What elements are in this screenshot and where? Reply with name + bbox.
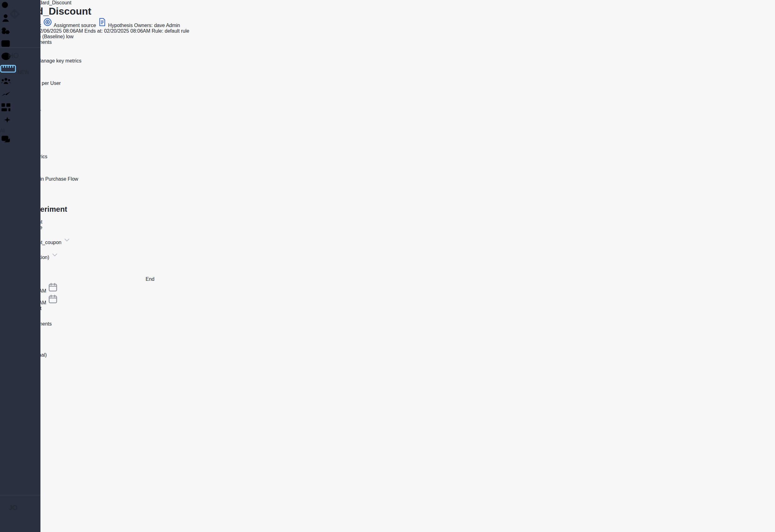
calendar-icon[interactable]	[48, 282, 58, 293]
dashboard-icon	[0, 101, 12, 113]
app-screen: HO NEW	[0, 0, 775, 532]
treatment-column-header: Treatment	[0, 69, 775, 75]
sidebar-item-analytics[interactable]	[0, 88, 40, 101]
scope-summary-card: Scope Starts at: 02/06/2025 08:06AM Ends…	[0, 28, 775, 39]
people-group-icon	[0, 75, 12, 87]
scope-heading: Scope	[0, 260, 775, 266]
direction-cell-desired: Desired	[0, 131, 775, 136]
baseline-treatment-label: Baseline treatment	[0, 306, 775, 311]
chevron-down-icon	[63, 236, 71, 244]
targeting-rule-label: Targeting rule	[0, 337, 775, 342]
direction-cell: -	[0, 187, 775, 193]
scope-rule: Rule: default rule	[151, 28, 189, 34]
baseline-treatment-select[interactable]: off	[0, 311, 775, 321]
table-row: Bookings per User off - low Desired	[0, 109, 775, 136]
metric-column-header: Metric	[0, 64, 775, 69]
name-input[interactable]: Standard_Discount	[0, 219, 775, 225]
hypothesis-heading: Hypothesis (optional)	[0, 352, 775, 358]
legend-item-low: low	[66, 34, 73, 39]
table-header: Metric Treatment Direction	[0, 160, 775, 176]
owner-chip[interactable]: dave	[154, 23, 165, 28]
sidebar-item-dashboards[interactable]	[0, 101, 40, 114]
direction-column-header: Direction	[0, 75, 775, 81]
close-button[interactable]	[0, 193, 775, 205]
table-row: Booking Avg Price per User off - low Inc…	[0, 81, 775, 109]
owners-label: Owners:	[134, 23, 153, 28]
hypothesis-link[interactable]: Hypothesis	[97, 23, 134, 28]
line-chart-icon	[0, 88, 12, 100]
comparison-treatments-label: Comparison treatments	[0, 321, 775, 327]
calendar-icon[interactable]	[48, 294, 58, 304]
manage-key-metrics-link[interactable]: Manage key metrics	[37, 58, 81, 63]
ai-badge: AI	[0, 128, 40, 134]
table-header: Metric Treatment Direction	[0, 64, 775, 81]
drawer-title: Update experiment	[0, 205, 775, 214]
environment-label: Environment	[0, 245, 775, 251]
sidebar-item-ai-assistant[interactable]	[0, 114, 40, 128]
legend-baseline-text: (Baseline)	[42, 34, 65, 39]
comparison-treatments-select[interactable]: low ✕ ✕	[0, 45, 775, 54]
update-experiment-drawer: Update experiment Name Standard_Discount…	[0, 193, 775, 358]
feature-flag-label: Feature flag	[0, 230, 775, 236]
legend-low-text: low	[66, 34, 73, 39]
guardrail-metrics-table: Metric Treatment Direction Average Durat…	[0, 160, 775, 193]
page-title: Standard_Discount	[0, 6, 775, 17]
key-metrics-card: Key metrics Manage key metrics Metric Tr…	[0, 54, 775, 136]
targeting-rule-select[interactable]: default rule	[0, 342, 775, 352]
hypothesis-label: Hypothesis	[108, 23, 132, 28]
sidebar-divider	[0, 495, 40, 495]
key-metrics-table: Metric Treatment Direction Booking Avg P…	[0, 64, 775, 136]
sidebar-item-columns[interactable]	[0, 38, 40, 50]
scope-section: Scope Start End 02/06/2025 08:06AM 02/20…	[0, 260, 775, 352]
treatment-column-header: Treatment	[0, 165, 775, 171]
new-badge: NEW	[17, 70, 29, 75]
scope-ends-at: Ends at: 02/20/2025 08:06AM	[84, 28, 150, 34]
chevron-down-icon	[51, 251, 59, 259]
target-icon	[43, 23, 54, 28]
app-logo[interactable]	[7, 7, 33, 34]
user-avatar[interactable]: JO	[9, 504, 26, 521]
table-row: Average Duration in Purchase Flow off -	[0, 176, 775, 193]
feature-flag-select[interactable]: front_end_discount_coupon	[0, 236, 775, 245]
sidebar-divider	[0, 47, 40, 48]
sidebar: HO NEW	[0, 0, 40, 532]
direction-column-header: Direction	[0, 171, 775, 176]
split-legend: off 52,276 (50.1%) (Baseline) low	[0, 34, 775, 39]
breadcrumb: Experiments/Standard_Discount	[0, 0, 775, 6]
document-icon	[97, 23, 108, 28]
end-date-input[interactable]: 02/20/2025 08:06AM	[0, 294, 775, 306]
logo-mark-icon	[7, 7, 22, 21]
direction-cell-inconclusive: Inconclusive	[0, 103, 775, 109]
comparison-treatments-row: Comparison treatments low ✕ ✕	[0, 39, 775, 54]
end-label: End	[146, 276, 154, 282]
assignment-source-heading: Assignment source	[0, 225, 775, 230]
name-label: Name	[0, 214, 775, 219]
owners-group: Owners: dave Admin	[134, 23, 180, 28]
guardrail-metrics-card: Guardrail metrics Metric Treatment Direc…	[0, 150, 775, 193]
direction-cell: -	[0, 120, 775, 125]
direction-cell: -	[0, 92, 775, 97]
help-chat-icon	[0, 134, 12, 146]
assignment-source-section: Assignment source Feature flag front_end…	[0, 225, 775, 260]
comparison-treatments-multiselect[interactable]: low ✕ ✕	[0, 327, 775, 337]
experiment-meta-row: Health Check Assignment source Hypothesi…	[0, 17, 775, 28]
sidebar-item-help[interactable]	[0, 134, 40, 147]
environment-select[interactable]: Preview (no definition)	[0, 251, 775, 260]
assignment-source-link[interactable]: Assignment source	[43, 23, 97, 28]
workspace-badge[interactable]: HO	[8, 52, 26, 70]
sidebar-item-audiences[interactable]	[0, 75, 40, 88]
ai-sparkle-icon	[0, 114, 12, 127]
metric-column-header: Metric	[0, 160, 775, 165]
main-content: Experiments/Standard_Discount Standard_D…	[0, 0, 775, 193]
assignment-source-label: Assignment source	[54, 23, 96, 28]
owner-chip[interactable]: Admin	[166, 23, 180, 28]
start-date-input[interactable]: 02/06/2025 08:06AM	[0, 282, 775, 294]
